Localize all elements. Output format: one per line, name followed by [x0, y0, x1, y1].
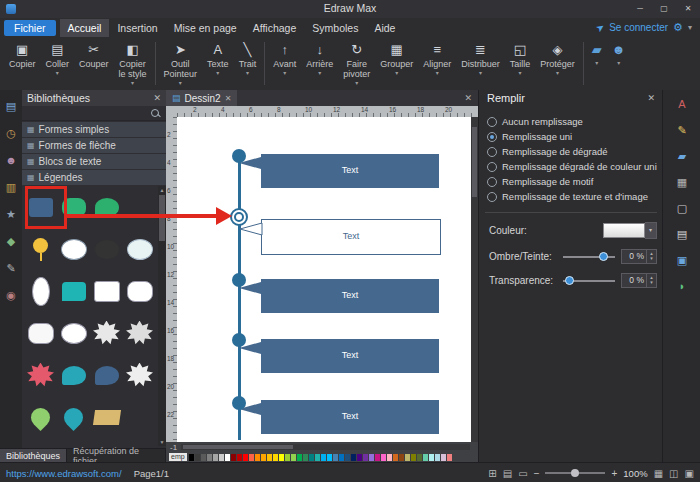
dropdown-caret-icon[interactable]: ▾: [556, 70, 559, 76]
dropdown-caret-icon[interactable]: ▾: [395, 70, 398, 76]
radio-icon[interactable]: [487, 177, 497, 187]
panel-tab-r-cup-ration-de-fichier[interactable]: Récupération de fichier: [67, 449, 166, 463]
radio-icon[interactable]: [487, 132, 497, 142]
folder-icon[interactable]: ▥: [0, 181, 22, 194]
library-shape-cell[interactable]: [90, 186, 123, 228]
spinner[interactable]: ▴▾: [646, 250, 656, 263]
palette-swatch[interactable]: [375, 454, 380, 461]
palette-swatch[interactable]: [447, 454, 452, 461]
library-shape-cell[interactable]: [24, 228, 57, 270]
palette-swatch[interactable]: [213, 454, 218, 461]
menu-tab-accueil[interactable]: Accueil: [60, 19, 110, 37]
library-shape-cell[interactable]: [90, 312, 123, 354]
menu-tab-symboles[interactable]: Symboles: [304, 19, 366, 37]
menu-tab-aide[interactable]: Aide: [366, 19, 403, 37]
maximize-button[interactable]: ▢: [652, 0, 676, 18]
ribbon-inserer-forme-button[interactable]: ▰▾: [587, 37, 607, 90]
palette-swatch[interactable]: [399, 454, 404, 461]
dropdown-caret-icon[interactable]: ▾: [246, 70, 249, 76]
palette-swatch[interactable]: [267, 454, 272, 461]
close-button[interactable]: ✕: [676, 0, 700, 18]
palette-swatch[interactable]: [435, 454, 440, 461]
palette-swatch[interactable]: [345, 454, 350, 461]
ribbon-distribuer-button[interactable]: ≣Distribuer▾: [456, 37, 505, 90]
palette-swatch[interactable]: [285, 454, 290, 461]
palette-swatch[interactable]: [429, 454, 434, 461]
ribbon-outil-pointeur-button[interactable]: ➤OutilPointeur▾: [159, 37, 203, 90]
library-category-l-gendes[interactable]: ▦Légendes: [22, 170, 166, 185]
ribbon-trait-button[interactable]: ╲Trait▾: [234, 37, 262, 90]
palette-swatch[interactable]: [291, 454, 296, 461]
format-text-icon[interactable]: A: [663, 98, 700, 110]
dropdown-caret-icon[interactable]: ▾: [436, 70, 439, 76]
panel-tab-biblioth-ques[interactable]: Bibliothèques: [0, 449, 67, 463]
spinner[interactable]: ▴▾: [646, 274, 656, 287]
library-shape-cell[interactable]: [24, 270, 57, 312]
scrollbar-thumb[interactable]: [472, 127, 477, 197]
sign-in-link[interactable]: Se connecter: [609, 22, 668, 33]
close-icon[interactable]: ✕: [225, 94, 232, 103]
color-swatch[interactable]: [603, 223, 645, 238]
transparency-value-box[interactable]: 0 % ▴▾: [621, 273, 657, 288]
zoom-in-button[interactable]: +: [611, 468, 617, 479]
ribbon-arriere-button[interactable]: ↓Arrière▾: [301, 37, 338, 90]
ribbon-aligner-button[interactable]: ≡Aligner▾: [418, 37, 456, 90]
timeline-callout[interactable]: Text: [261, 154, 439, 188]
table-icon[interactable]: ▦: [663, 176, 700, 189]
library-shape-cell[interactable]: [24, 312, 57, 354]
library-category-formes-de-fl-che[interactable]: ▦Formes de flèche: [22, 138, 166, 153]
palette-swatch[interactable]: [339, 454, 344, 461]
library-category-blocs-de-texte[interactable]: ▦Blocs de texte: [22, 154, 166, 169]
shadow-slider[interactable]: [563, 250, 615, 263]
diamond-icon[interactable]: ◆: [0, 235, 22, 248]
transparency-slider[interactable]: [563, 274, 615, 287]
scroll-down-icon[interactable]: ▼: [158, 438, 166, 446]
document-tab[interactable]: ▤ Dessin2 ✕: [166, 90, 237, 106]
palette-swatch[interactable]: [189, 454, 194, 461]
library-shape-cell[interactable]: [123, 354, 156, 396]
palette-swatch[interactable]: [297, 454, 302, 461]
timeline-node[interactable]: [230, 208, 248, 226]
color-dropdown[interactable]: ▾: [603, 222, 657, 239]
ribbon-coller-button[interactable]: ▤Coller▾: [41, 37, 75, 90]
timeline-callout[interactable]: Text: [261, 279, 439, 313]
menu-tab-mise-en-page[interactable]: Mise en page: [166, 19, 245, 37]
palette-swatch[interactable]: [279, 454, 284, 461]
palette-swatch[interactable]: [333, 454, 338, 461]
chevron-down-icon[interactable]: ▾: [645, 222, 657, 239]
palette-swatch[interactable]: [243, 454, 248, 461]
dropdown-caret-icon[interactable]: ▾: [216, 70, 219, 76]
status-fit-icon[interactable]: ◫: [669, 468, 678, 479]
library-shape-cell[interactable]: [57, 228, 90, 270]
palette-swatch[interactable]: [405, 454, 410, 461]
dropdown-caret-icon[interactable]: ▾: [595, 60, 598, 66]
library-shape-cell[interactable]: [24, 396, 57, 438]
palette-swatch[interactable]: [363, 454, 368, 461]
search-icon[interactable]: [151, 109, 159, 117]
dropdown-caret-icon[interactable]: ▾: [179, 80, 182, 86]
note-icon[interactable]: ▢: [663, 202, 700, 215]
radio-icon[interactable]: [487, 117, 497, 127]
palette-swatch[interactable]: [249, 454, 254, 461]
horizontal-scrollbar[interactable]: [181, 444, 470, 450]
palette-swatch[interactable]: [309, 454, 314, 461]
status-view-icon[interactable]: ▭: [518, 468, 527, 479]
zoom-out-button[interactable]: −: [534, 468, 540, 479]
ribbon-taille-button[interactable]: ◱Taille▾: [505, 37, 536, 90]
star-icon[interactable]: ★: [0, 208, 22, 221]
brush-icon[interactable]: ▰: [663, 150, 700, 163]
dropdown-caret-icon[interactable]: ▾: [131, 80, 134, 86]
timeline-callout[interactable]: Text: [261, 400, 439, 434]
ribbon-faire-pivoter-button[interactable]: ↻Fairepivoter▾: [338, 37, 375, 90]
ribbon-grouper-button[interactable]: ▦Grouper▾: [375, 37, 418, 90]
comment-icon[interactable]: ◗: [663, 280, 700, 292]
menu-tab-affichage[interactable]: Affichage: [245, 19, 305, 37]
fill-option-remplissage-de-texture-et-d-image[interactable]: Remplissage de texture et d'image: [487, 189, 659, 204]
radio-icon[interactable]: [487, 162, 497, 172]
palette-swatch[interactable]: [351, 454, 356, 461]
status-fit-icon[interactable]: ▦: [654, 468, 663, 479]
clock-icon[interactable]: ◷: [0, 127, 22, 140]
palette-swatch[interactable]: [369, 454, 374, 461]
menu-tab-insertion[interactable]: Insertion: [109, 19, 165, 37]
library-shape-cell[interactable]: [24, 354, 57, 396]
